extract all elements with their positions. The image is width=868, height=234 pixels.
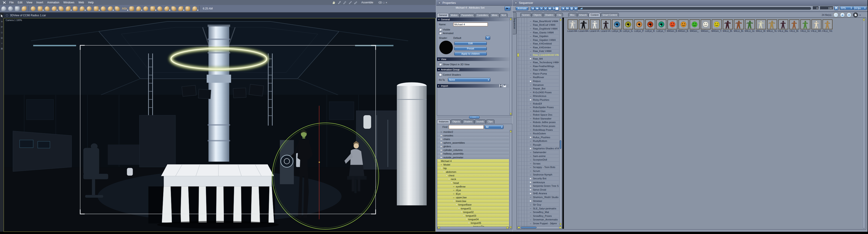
sequencer-side-tab[interactable]: Sequencer — [513, 12, 517, 34]
content-list-item[interactable]: –Raw_Technoborg V4M4 — [517, 61, 559, 64]
find-input[interactable] — [449, 125, 484, 129]
tree-toggle-icon[interactable]: ▶ — [441, 134, 443, 136]
import-section-header[interactable]: ▼ Import — [437, 84, 509, 88]
thumbnail-image[interactable] — [612, 20, 622, 29]
sequencer-tab-smart-content[interactable]: Smart Content — [600, 13, 619, 17]
content-list-item[interactable]: –Raw_Gigalien — [517, 34, 559, 38]
tree-toggle-icon[interactable]: ▶ — [530, 189, 533, 191]
sequencer-tab-scenes[interactable]: Scenes — [520, 13, 531, 17]
menu-item-file[interactable]: File — [7, 1, 16, 4]
tree-toggle-icon[interactable]: ▶ — [530, 200, 533, 202]
thumbnail-image[interactable] — [723, 20, 733, 29]
close-icon[interactable]: × — [385, 1, 387, 4]
content-list-item[interactable]: ▶senkousya — [517, 180, 559, 184]
fps-mode-dropdown[interactable]: FPS» — [840, 6, 853, 10]
thumbnail-image[interactable] — [745, 20, 755, 29]
thumbnail-vscrollbar[interactable] — [863, 18, 865, 228]
select-arrow-icon[interactable] — [1, 14, 3, 18]
properties-tab-parameters[interactable]: Parameters — [460, 13, 475, 18]
content-list-item[interactable]: ▶Reipus — [517, 79, 559, 83]
content-thumbnail[interactable]: M4Gen_. — [689, 20, 700, 32]
shader-dropdown[interactable]: » — [486, 36, 490, 40]
scene-tree-item[interactable]: ▼chest — [437, 174, 509, 177]
content-list-item[interactable]: –RustyBottom — [517, 139, 559, 143]
content-list-item[interactable]: –Raw_BirdCult V4M4 — [517, 23, 559, 27]
transport-play-button[interactable]: ▶ — [544, 6, 548, 10]
content-list-item[interactable]: –Scrum — [517, 169, 559, 173]
scene-tree-item[interactable]: –Model — [437, 163, 509, 166]
zoom-tool-icon[interactable]: ○ — [1, 42, 2, 44]
view-list-button[interactable] — [846, 12, 851, 18]
content-list-item[interactable]: –Robot Glan — [517, 109, 559, 113]
sequencer-tab-content[interactable]: Content — [589, 13, 600, 17]
view-small-icons-button[interactable] — [833, 12, 838, 18]
content-list-item[interactable]: –Seahorse-Nymph — [517, 173, 559, 177]
content-list-item[interactable]: ▶SHE-Aranea — [517, 192, 559, 196]
content-list-item[interactable]: –Snow Puppet - 3dpmr — [517, 222, 559, 226]
name-input[interactable] — [453, 23, 488, 26]
sequencer-titlebar[interactable]: Sequencer — [513, 0, 868, 6]
content-thumbnail[interactable]: LizEye_G. — [622, 20, 633, 32]
properties-tab-general[interactable]: General — [437, 13, 449, 18]
animate-button[interactable]: Animate — [516, 6, 528, 10]
model-wrench-icon[interactable] — [337, 1, 341, 4]
browser-tab-objects[interactable]: Objects — [451, 120, 462, 124]
insert-object-icon[interactable] — [52, 6, 57, 11]
shader-preview[interactable] — [439, 41, 453, 54]
content-thumbnail[interactable]: V4Liz_Gr. — [800, 20, 811, 32]
scene-tree-item[interactable]: ▼Michael 4 — [437, 159, 509, 163]
animated-checkbox[interactable] — [439, 32, 442, 35]
windowshade-icon[interactable] — [438, 2, 441, 4]
panel-splitter[interactable] — [437, 116, 512, 119]
transport-stop-button[interactable]: ■ — [539, 6, 543, 10]
content-thumbnail[interactable]: Lizard-M4. — [567, 20, 578, 32]
tree-toggle-icon[interactable]: ▶ — [441, 142, 443, 144]
paint-brush-icon[interactable] — [348, 1, 352, 4]
content-list-vscrollbar[interactable] — [559, 19, 562, 226]
menu-item-windows[interactable]: Windows — [61, 1, 76, 4]
view-large-icons-button[interactable] — [840, 12, 845, 18]
add-key-button[interactable] — [565, 6, 569, 10]
content-thumbnail[interactable]: M4Liz_Ye. — [767, 20, 778, 32]
tree-toggle-icon[interactable]: ▼ — [441, 167, 443, 169]
content-list-item[interactable]: –Salamander — [517, 151, 559, 154]
content-thumbnail[interactable]: M4Liz_Br. — [733, 20, 744, 32]
thumbnail-image[interactable] — [656, 20, 666, 29]
insert-object-icon[interactable] — [59, 6, 64, 11]
assemble-hand-icon[interactable] — [332, 1, 336, 4]
menu-item-edit[interactable]: Edit — [16, 1, 24, 4]
content-list-item[interactable]: –RoboWasp Poses — [517, 128, 559, 132]
sequencer-tab-shaders[interactable]: Shaders — [543, 13, 555, 17]
render-film-icon[interactable] — [353, 1, 358, 4]
visible-checkbox[interactable] — [439, 28, 442, 31]
thumbnail-image[interactable] — [734, 20, 744, 29]
insert-object-icon[interactable] — [143, 6, 148, 11]
browser-tab-instances[interactable]: Instances — [437, 120, 451, 124]
scene-tree-item[interactable]: ▼tongueBase — [437, 203, 509, 207]
content-list-item[interactable]: –Raw_DogWorld V4M4 — [517, 27, 559, 31]
browser-tab-shaders[interactable]: Shaders — [462, 120, 474, 124]
insert-object-icon[interactable] — [115, 6, 120, 11]
mode-label[interactable]: Assemble — [361, 1, 373, 4]
timeline-slider[interactable] — [578, 7, 811, 10]
document-titlebar[interactable]: 3DView of CC66 Radius 1.car — [4, 13, 436, 18]
tree-toggle-icon[interactable]: ▼ — [461, 211, 463, 213]
tree-toggle-icon[interactable]: ▶ — [530, 177, 533, 179]
preset-button[interactable]: Preset — [454, 47, 487, 51]
menu-item-insert[interactable]: Insert — [34, 1, 45, 4]
transport-rewind-button[interactable]: ◀◀ — [535, 6, 539, 10]
content-thumbnail[interactable]: M4Gen_B. — [667, 20, 678, 32]
menu-item-animation[interactable]: Animation — [45, 1, 61, 4]
scene-tree-item[interactable]: ▶sphere_assemblies — [437, 141, 509, 144]
thumbnail-image[interactable] — [679, 20, 688, 29]
content-thumbnail[interactable]: Lizard-V4. — [589, 20, 600, 32]
tree-toggle-icon[interactable]: ▼ — [453, 200, 456, 202]
maximize-icon[interactable]: □ — [383, 1, 384, 4]
insert-object-icon[interactable] — [38, 6, 42, 11]
content-thumbnail[interactable]: M4Gen_B. — [678, 20, 689, 32]
content-list-item[interactable]: –RockGolem — [517, 132, 559, 136]
move-tool-icon[interactable]: ✛ — [1, 20, 3, 23]
apply-to-children-button[interactable]: Apply to children — [454, 52, 487, 56]
content-thumbnail[interactable]: M4Liz_Bl. — [722, 20, 733, 32]
tree-toggle-icon[interactable]: ▶ — [530, 185, 533, 187]
